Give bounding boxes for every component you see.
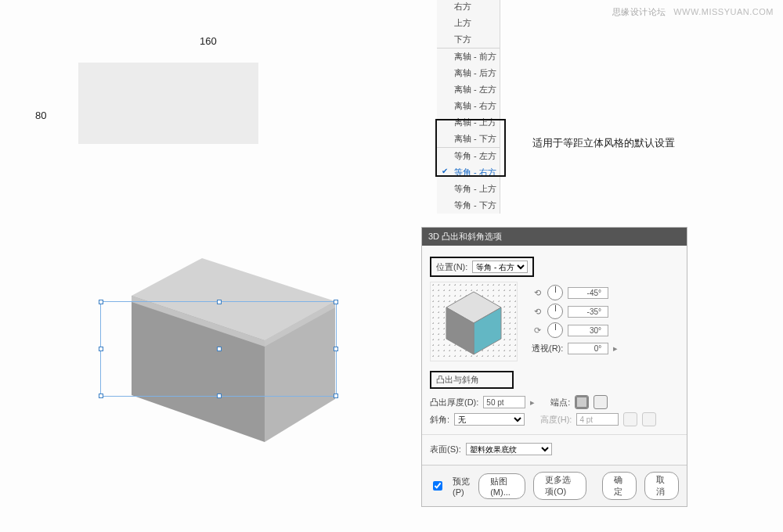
surface-label: 表面(S):	[430, 444, 461, 455]
position-label: 位置(N):	[436, 261, 467, 273]
watermark-text: 思缘设计论坛	[612, 7, 666, 16]
rot-z-dial[interactable]	[547, 322, 563, 338]
axis-x-icon: ⟲	[532, 288, 543, 298]
rot-z-value[interactable]: 30°	[568, 325, 608, 336]
menu-item[interactable]: 离轴 - 下方	[437, 131, 500, 147]
bevel-height-label: 高度(H):	[540, 414, 572, 426]
raw-rectangle	[78, 63, 258, 144]
extrude-depth-input[interactable]	[483, 396, 525, 408]
cancel-button[interactable]: 取消	[644, 472, 679, 500]
perspective-value[interactable]: 0°	[568, 343, 608, 354]
rot-y-value[interactable]: -35°	[568, 306, 608, 318]
position-select[interactable]: 等角 - 右方	[472, 261, 528, 273]
perspective-label: 透视(R):	[532, 343, 563, 354]
dialog-title: 3D 凸出和斜角选项	[422, 228, 687, 246]
cap-off-button[interactable]	[594, 395, 608, 409]
rect-width-label: 160	[200, 35, 217, 47]
cap-on-button[interactable]	[575, 395, 589, 409]
bevel-height-input	[576, 413, 619, 426]
menu-item-selected[interactable]: 等角 - 右方	[437, 164, 500, 181]
bevel-in-button	[623, 412, 637, 426]
menu-item[interactable]: 右方	[437, 0, 500, 15]
menu-caption: 适用于等距立体风格的默认设置	[532, 136, 675, 150]
menu-item[interactable]: 下方	[437, 31, 500, 48]
ok-button[interactable]: 确定	[602, 472, 637, 500]
dialog-footer: 预览(P) 贴图(M)... 更多选项(O) 确定 取消	[422, 465, 687, 506]
position-highlight: 位置(N): 等角 - 右方	[430, 257, 534, 277]
rotation-controls: ⟲ -45° ⟲ -35° ⟳ 30° 透视(R): 0° ▸	[532, 282, 618, 354]
menu-item[interactable]: 离轴 - 后方	[437, 65, 500, 81]
menu-item[interactable]: 等角 - 左方	[437, 148, 500, 164]
bevel-select[interactable]: 无	[454, 413, 525, 426]
cap-label: 端点:	[550, 397, 570, 408]
stepper-icon[interactable]: ▸	[530, 397, 535, 408]
menu-item[interactable]: 等角 - 上方	[437, 181, 500, 197]
preview-label: 预览(P)	[453, 476, 471, 497]
raw-rectangle-block: 160 80	[78, 63, 258, 144]
menu-item[interactable]: 离轴 - 上方	[437, 114, 500, 131]
extruded-box-preview	[100, 243, 351, 464]
perspective-stepper[interactable]: ▸	[613, 343, 618, 354]
menu-item[interactable]: 上方	[437, 15, 500, 31]
position-preset-menu[interactable]: 右方 上方 下方 离轴 - 前方 离轴 - 后方 离轴 - 左方 离轴 - 右方…	[437, 0, 500, 214]
axis-z-icon: ⟳	[532, 325, 543, 336]
extrude-depth-label: 凸出厚度(D):	[430, 397, 478, 408]
surface-select[interactable]: 塑料效果底纹	[466, 443, 552, 455]
bevel-label: 斜角:	[430, 414, 449, 426]
axis-y-icon: ⟲	[532, 307, 543, 317]
menu-item[interactable]: 离轴 - 右方	[437, 98, 500, 114]
menu-item[interactable]: 等角 - 下方	[437, 197, 500, 214]
map-art-button[interactable]: 贴图(M)...	[478, 473, 525, 499]
more-options-button[interactable]: 更多选项(O)	[533, 472, 586, 500]
watermark-url: WWW.MISSYUAN.COM	[673, 7, 774, 16]
rect-height-label: 80	[35, 110, 46, 121]
orientation-cube[interactable]	[430, 282, 518, 361]
extrude-section-label: 凸出与斜角	[430, 371, 514, 389]
preview-checkbox[interactable]	[433, 481, 442, 491]
rot-x-dial[interactable]	[547, 285, 563, 300]
extrude-bevel-dialog: 3D 凸出和斜角选项 位置(N): 等角 - 右方 ⟲	[421, 227, 687, 507]
watermark: 思缘设计论坛 WWW.MISSYUAN.COM	[612, 6, 774, 18]
rot-x-value[interactable]: -45°	[568, 287, 608, 299]
extruded-box-svg	[100, 243, 351, 462]
divider	[422, 434, 687, 435]
rot-y-dial[interactable]	[547, 304, 563, 319]
menu-item[interactable]: 离轴 - 前方	[437, 49, 500, 65]
menu-item[interactable]: 离轴 - 左方	[437, 81, 500, 98]
bevel-out-button	[642, 412, 656, 426]
